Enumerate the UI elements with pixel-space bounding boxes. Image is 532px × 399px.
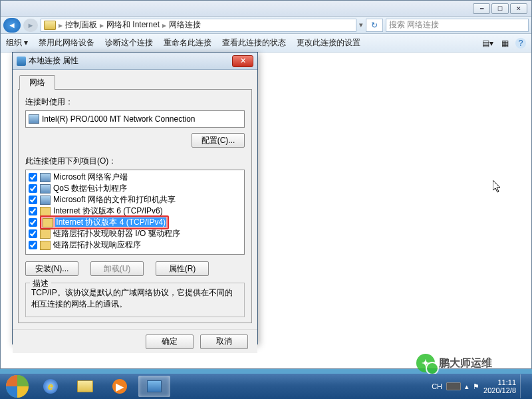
item-checkbox[interactable] <box>29 173 37 182</box>
component-icon <box>43 218 53 227</box>
command-bar: 组织 ▾ 禁用此网络设备 诊断这个连接 重命名此连接 查看此连接的状态 更改此连… <box>1 34 531 53</box>
wechat-icon: ✦ <box>416 354 435 372</box>
organize-menu[interactable]: 组织 ▾ <box>6 37 28 49</box>
item-checkbox[interactable] <box>29 207 37 215</box>
item-checkbox[interactable] <box>29 184 37 193</box>
tab-network[interactable]: 网络 <box>19 75 55 90</box>
list-item: 链路层拓扑发现映射器 I/O 驱动程序 <box>26 228 244 239</box>
view-status-button[interactable]: 查看此连接的状态 <box>222 37 286 49</box>
clock[interactable]: 11:11 2020/12/8 <box>483 378 516 394</box>
item-checkbox[interactable] <box>29 229 37 238</box>
ie-icon: e <box>43 379 58 394</box>
list-item: Microsoft 网络的文件和打印机共享 <box>26 194 244 205</box>
taskbar: e ▶ CH ▴ ⚑ 11:11 2020/12/8 <box>0 374 532 399</box>
item-checkbox[interactable] <box>29 196 37 204</box>
disable-device-button[interactable]: 禁用此网络设备 <box>39 37 94 49</box>
tray-date: 2020/12/8 <box>483 386 516 394</box>
uninstall-button: 卸载(U) <box>90 261 144 276</box>
description-text: TCP/IP。该协议是默认的广域网络协议，它提供在不同的相互连接的网络上的通讯。 <box>31 287 239 310</box>
breadcrumb-sep: ▸ <box>100 21 104 30</box>
taskbar-item-explorer[interactable] <box>69 376 101 397</box>
adapter-field: Intel(R) PRO/1000 MT Network Connection <box>25 110 245 128</box>
dialog-button-row: 确定 取消 <box>13 329 257 353</box>
breadcrumb[interactable]: ▸ 控制面板 ▸ 网络和 Internet ▸ 网络连接 <box>41 19 356 32</box>
details-pane-icon[interactable]: ▦ <box>498 37 511 49</box>
tab-strip: 网络 <box>13 74 257 90</box>
forward-button[interactable]: ► <box>23 19 38 32</box>
item-label: Microsoft 网络的文件和打印机共享 <box>53 194 176 205</box>
diagnose-button[interactable]: 诊断这个连接 <box>105 37 153 49</box>
maximize-button[interactable]: ☐ <box>491 3 509 14</box>
navigation-bar: ◄ ► ▸ 控制面板 ▸ 网络和 Internet ▸ 网络连接 ▾ ↻ 搜索 … <box>1 17 531 34</box>
component-icon <box>40 184 51 194</box>
breadcrumb-part[interactable]: 网络连接 <box>169 19 201 31</box>
view-mode-icon[interactable]: ▤▾ <box>481 37 494 49</box>
description-frame: 描述 TCP/IP。该协议是默认的广域网络协议，它提供在不同的相互连接的网络上的… <box>25 283 245 317</box>
watermark: ✦ 鹏大师运维 <box>416 354 492 372</box>
item-label: 链路层拓扑发现映射器 I/O 驱动程序 <box>53 228 180 239</box>
list-item-selected: Internet 协议版本 4 (TCP/IPv4) <box>26 217 244 228</box>
breadcrumb-dropdown-icon[interactable]: ▾ <box>359 21 363 29</box>
action-center-icon[interactable]: ⚑ <box>473 382 479 391</box>
show-desktop-button[interactable] <box>520 374 525 398</box>
search-input[interactable]: 搜索 网络连接 <box>386 19 529 32</box>
item-checkbox[interactable] <box>29 218 37 227</box>
start-button[interactable] <box>3 374 32 398</box>
list-item: Microsoft 网络客户端 <box>26 172 244 183</box>
wmp-icon: ▶ <box>112 379 127 394</box>
refresh-button[interactable]: ↻ <box>366 19 383 32</box>
component-icon <box>40 196 51 205</box>
item-checkbox[interactable] <box>29 241 37 249</box>
taskbar-item-ie[interactable]: e <box>35 376 66 397</box>
cancel-button[interactable]: 取消 <box>200 334 248 349</box>
list-item: 链路层拓扑发现响应程序 <box>26 239 244 251</box>
configure-button[interactable]: 配置(C)... <box>192 133 245 148</box>
keyboard-icon[interactable] <box>446 382 461 390</box>
watermark-text: 鹏大师运维 <box>439 356 492 370</box>
taskbar-item-network[interactable] <box>138 376 170 397</box>
install-button[interactable]: 安装(N)... <box>25 261 78 276</box>
explorer-icon <box>77 380 93 392</box>
item-label: Microsoft 网络客户端 <box>53 172 128 183</box>
system-tray: CH ▴ ⚑ 11:11 2020/12/8 <box>432 374 529 398</box>
component-icon <box>40 173 51 182</box>
folder-icon <box>44 21 56 30</box>
taskbar-item-wmp[interactable]: ▶ <box>104 376 136 397</box>
description-legend: 描述 <box>30 278 51 289</box>
component-icon <box>40 207 51 216</box>
connection-icon <box>17 57 26 66</box>
windows-logo-icon <box>6 375 29 398</box>
adapter-icon <box>29 114 39 124</box>
language-indicator[interactable]: CH <box>432 382 442 390</box>
adapter-name: Intel(R) PRO/1000 MT Network Connection <box>42 114 196 124</box>
dialog-title: 本地连接 属性 <box>29 55 78 66</box>
item-label: Internet 协议版本 4 (TCP/IPv4) <box>55 217 166 227</box>
network-icon <box>147 380 162 392</box>
properties-button[interactable]: 属性(R) <box>156 261 209 276</box>
list-item: QoS 数据包计划程序 <box>26 183 244 194</box>
search-placeholder: 搜索 网络连接 <box>389 19 439 31</box>
item-label: QoS 数据包计划程序 <box>53 183 127 194</box>
change-settings-button[interactable]: 更改此连接的设置 <box>297 37 360 49</box>
breadcrumb-sep: ▸ <box>59 21 63 30</box>
dialog-close-button[interactable]: ✕ <box>232 55 253 67</box>
breadcrumb-part[interactable]: 控制面板 <box>65 19 97 31</box>
tray-time: 11:11 <box>483 378 516 386</box>
window-titlebar: ━ ☐ ✕ <box>1 1 531 17</box>
minimize-button[interactable]: ━ <box>473 3 490 14</box>
back-button[interactable]: ◄ <box>3 18 21 33</box>
items-label: 此连接使用下列项目(O)： <box>25 156 245 167</box>
item-label: 链路层拓扑发现响应程序 <box>53 239 141 251</box>
breadcrumb-sep: ▸ <box>162 21 166 30</box>
items-listbox[interactable]: Microsoft 网络客户端 QoS 数据包计划程序 Microsoft 网络… <box>25 170 245 255</box>
help-icon[interactable]: ? <box>515 38 526 49</box>
rename-button[interactable]: 重命名此连接 <box>164 37 211 49</box>
component-icon <box>40 241 51 250</box>
tray-chevron-icon[interactable]: ▴ <box>465 382 469 391</box>
ok-button[interactable]: 确定 <box>146 334 194 349</box>
component-icon <box>40 229 51 239</box>
close-button[interactable]: ✕ <box>510 3 527 14</box>
dialog-titlebar: 本地连接 属性 ✕ <box>13 53 257 70</box>
properties-dialog: 本地连接 属性 ✕ 网络 连接时使用： Intel(R) PRO/1000 MT… <box>12 52 258 344</box>
breadcrumb-part[interactable]: 网络和 Internet <box>106 19 160 31</box>
